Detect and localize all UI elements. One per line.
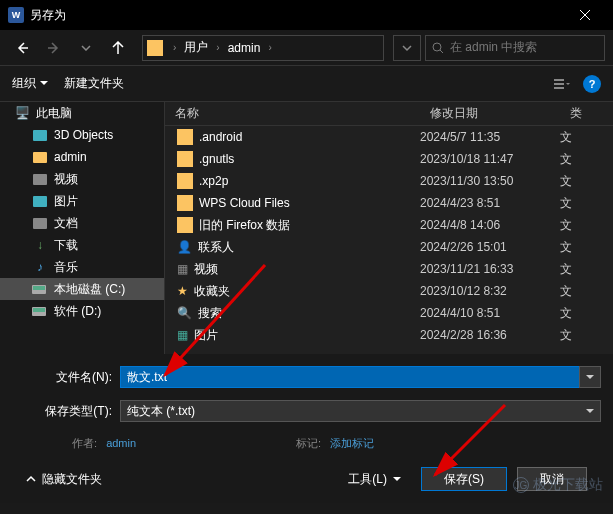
save-button[interactable]: 保存(S) (421, 467, 507, 491)
file-date: 2023/10/12 8:32 (420, 284, 560, 298)
chevron-up-icon (26, 474, 36, 484)
tags-meta[interactable]: 标记: 添加标记 (296, 436, 374, 451)
filetype-select[interactable]: 纯文本 (*.txt) (120, 400, 601, 422)
file-name: .android (199, 130, 242, 144)
svg-point-0 (433, 43, 441, 51)
chevron-down-icon (81, 45, 91, 51)
chevron-down-icon (40, 81, 48, 86)
file-icon (177, 151, 193, 167)
file-date: 2024/5/7 11:35 (420, 130, 560, 144)
sidebar-item[interactable]: 视频 (0, 168, 164, 190)
file-row[interactable]: ★收藏夹2023/10/12 8:32文 (165, 280, 613, 302)
column-date[interactable]: 修改日期 (420, 105, 560, 122)
new-folder-button[interactable]: 新建文件夹 (64, 75, 124, 92)
close-button[interactable] (565, 0, 605, 30)
file-date: 2023/11/21 16:33 (420, 262, 560, 276)
back-button[interactable] (8, 34, 36, 62)
file-icon: 👤 (177, 240, 192, 254)
file-type: 文 (560, 129, 572, 146)
filename-dropdown[interactable] (579, 366, 601, 388)
file-type: 文 (560, 283, 572, 300)
close-icon (580, 10, 590, 20)
column-type[interactable]: 类 (560, 105, 613, 122)
folder-icon (32, 193, 48, 209)
chevron-down-icon (393, 477, 401, 482)
sidebar-this-pc[interactable]: 🖥️ 此电脑 (0, 102, 164, 124)
file-name: WPS Cloud Files (199, 196, 290, 210)
sidebar-item[interactable]: 软件 (D:) (0, 300, 164, 322)
file-row[interactable]: WPS Cloud Files2024/4/23 8:51文 (165, 192, 613, 214)
svg-rect-7 (33, 308, 45, 312)
arrow-left-icon (15, 41, 29, 55)
file-icon (177, 195, 193, 211)
chevron-right-icon: › (262, 42, 277, 53)
folder-icon: ↓ (32, 237, 48, 253)
up-button[interactable] (104, 34, 132, 62)
navbar: › 用户 › admin › 在 admin 中搜索 (0, 30, 613, 66)
breadcrumb-item[interactable]: admin (226, 41, 263, 55)
svg-rect-1 (554, 79, 564, 81)
file-row[interactable]: 旧的 Firefox 数据2024/4/8 14:06文 (165, 214, 613, 236)
file-date: 2024/4/23 8:51 (420, 196, 560, 210)
titlebar: W 另存为 (0, 0, 613, 30)
file-row[interactable]: ▦视频2023/11/21 16:33文 (165, 258, 613, 280)
file-type: 文 (560, 261, 572, 278)
chevron-down-icon (586, 409, 594, 414)
sidebar-item[interactable]: 图片 (0, 190, 164, 212)
chevron-right-icon: › (210, 42, 225, 53)
filename-label: 文件名(N): (12, 369, 120, 386)
sidebar-item[interactable]: 文档 (0, 212, 164, 234)
file-name: .gnutls (199, 152, 234, 166)
breadcrumb-item[interactable]: 用户 (182, 39, 210, 56)
column-name[interactable]: 名称 (165, 105, 420, 122)
filename-input[interactable] (120, 366, 580, 388)
file-row[interactable]: 🔍搜索2024/4/10 8:51文 (165, 302, 613, 324)
file-row[interactable]: .gnutls2023/10/18 11:47文 (165, 148, 613, 170)
hide-folders-button[interactable]: 隐藏文件夹 (26, 471, 102, 488)
file-list: 名称 修改日期 类 .android2024/5/7 11:35文.gnutls… (165, 102, 613, 354)
file-row[interactable]: ▦图片2024/2/28 16:36文 (165, 324, 613, 346)
folder-icon: ♪ (32, 259, 48, 275)
file-name: 搜索 (198, 305, 222, 322)
chevron-down-icon (586, 375, 594, 380)
help-button[interactable]: ? (583, 75, 601, 93)
author-meta[interactable]: 作者: admin (72, 436, 136, 451)
arrow-up-icon (111, 41, 125, 55)
organize-button[interactable]: 组织 (12, 75, 48, 92)
arrow-right-icon (47, 41, 61, 55)
view-options-button[interactable] (551, 73, 573, 95)
file-icon: ▦ (177, 262, 188, 276)
file-icon: ★ (177, 284, 188, 298)
main-area: 🖥️ 此电脑 3D Objectsadmin视频图片文档↓下载♪音乐本地磁盘 (… (0, 102, 613, 354)
window-title: 另存为 (30, 7, 66, 24)
save-form: 文件名(N): 保存类型(T): 纯文本 (*.txt) 作者: admin 标… (0, 354, 613, 503)
pc-icon: 🖥️ (14, 105, 30, 121)
toolbar: 组织 新建文件夹 ? (0, 66, 613, 102)
sidebar-item[interactable]: admin (0, 146, 164, 168)
file-row[interactable]: .xp2p2023/11/30 13:50文 (165, 170, 613, 192)
sidebar-item[interactable]: ↓下载 (0, 234, 164, 256)
search-input[interactable]: 在 admin 中搜索 (425, 35, 605, 61)
file-date: 2024/2/28 16:36 (420, 328, 560, 342)
file-name: 联系人 (198, 239, 234, 256)
recent-dropdown[interactable] (72, 34, 100, 62)
sidebar-item[interactable]: 3D Objects (0, 124, 164, 146)
file-date: 2024/2/26 15:01 (420, 240, 560, 254)
search-icon (432, 42, 444, 54)
file-type: 文 (560, 217, 572, 234)
breadcrumb[interactable]: › 用户 › admin › (142, 35, 384, 61)
sidebar-item[interactable]: ♪音乐 (0, 256, 164, 278)
file-row[interactable]: 👤联系人2024/2/26 15:01文 (165, 236, 613, 258)
file-icon (177, 129, 193, 145)
folder-icon (32, 171, 48, 187)
chevron-right-icon: › (167, 42, 182, 53)
refresh-button[interactable] (393, 35, 421, 61)
sidebar-item[interactable]: 本地磁盘 (C:) (0, 278, 164, 300)
folder-icon (32, 215, 48, 231)
forward-button[interactable] (40, 34, 68, 62)
cancel-button[interactable]: 取消 (517, 467, 587, 491)
file-row[interactable]: .android2024/5/7 11:35文 (165, 126, 613, 148)
file-icon (177, 217, 193, 233)
tools-button[interactable]: 工具(L) (338, 467, 411, 491)
file-icon (177, 173, 193, 189)
